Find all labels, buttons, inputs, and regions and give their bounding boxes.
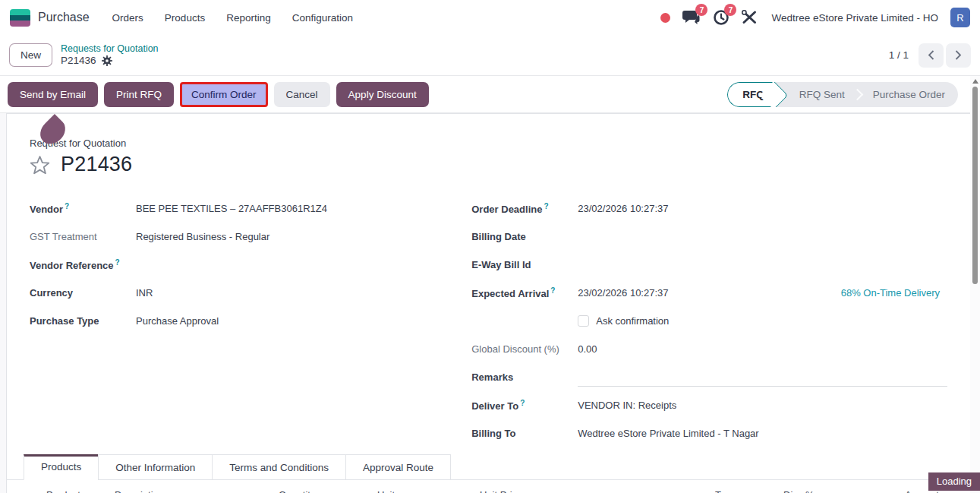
- billing-date-label: Billing Date: [471, 231, 578, 242]
- status-step-purchase-order[interactable]: Purchase Order: [860, 82, 958, 107]
- gst-treatment-value: Registered Business - Regular: [136, 231, 471, 242]
- status-step-rfq[interactable]: RFQ: [727, 82, 774, 107]
- activities-button[interactable]: 7: [713, 9, 729, 26]
- gst-treatment-label: GST Treatment: [30, 231, 136, 242]
- right-field-column: Order Deadline? 23/02/2026 10:27:37 Bill…: [471, 194, 950, 454]
- column-product: Product: [46, 489, 115, 493]
- pager-next-button[interactable]: [946, 43, 971, 68]
- field-row-vendor-reference: Vendor Reference?: [30, 251, 471, 279]
- column-discount: Disc.%: [783, 489, 905, 493]
- breadcrumb-parent-link[interactable]: Requests for Quotation: [61, 43, 159, 55]
- help-marker: ?: [115, 258, 120, 267]
- field-row-global-discount: Global Discount (%) 0.00: [471, 335, 950, 363]
- breadcrumb-current: P21436: [61, 55, 96, 67]
- column-unit-price: Unit Price: [480, 489, 715, 493]
- currency-value[interactable]: INR: [136, 287, 471, 299]
- new-button[interactable]: New: [9, 43, 52, 67]
- currency-label: Currency: [30, 287, 136, 299]
- tab-products[interactable]: Products: [24, 454, 99, 480]
- vendor-reference-label: Vendor Reference: [30, 260, 114, 271]
- record-title: P21436: [61, 153, 132, 176]
- top-navbar: Purchase Orders Products Reporting Confi…: [0, 0, 980, 35]
- control-panel: Send by Email Print RFQ Confirm Order Ca…: [0, 76, 980, 113]
- products-table-header-partial: Product Description Quantity Unit Unit P…: [7, 480, 973, 493]
- pager-prev-button[interactable]: [919, 43, 944, 68]
- help-marker: ?: [550, 286, 555, 295]
- deliver-to-value[interactable]: VENDOR IN: Receipts: [578, 400, 950, 411]
- deliver-to-label: Deliver To: [471, 400, 518, 412]
- loading-badge: Loading: [928, 472, 980, 491]
- expected-arrival-label: Expected Arrival: [471, 288, 549, 299]
- send-by-email-button[interactable]: Send by Email: [8, 82, 98, 107]
- status-dot-icon: [660, 13, 670, 23]
- menu-products[interactable]: Products: [165, 12, 205, 24]
- menu-configuration[interactable]: Configuration: [292, 12, 353, 24]
- app-switcher[interactable]: Purchase: [10, 9, 112, 27]
- vertical-scrollbar[interactable]: [970, 76, 980, 493]
- apply-discount-button[interactable]: Apply Discount: [336, 82, 429, 107]
- pager: 1 / 1: [889, 43, 971, 68]
- tab-approval-route[interactable]: Approval Route: [345, 454, 451, 480]
- field-row-billing-to: Billing To Wedtree eStore Private Limite…: [471, 419, 950, 447]
- field-row-currency: Currency INR: [30, 279, 471, 307]
- left-field-column: Vendor? BEE PEE TEXTILES – 27AAFFB3061R1…: [30, 194, 471, 454]
- field-row-vendor: Vendor? BEE PEE TEXTILES – 27AAFFB3061R1…: [30, 194, 471, 223]
- sheet-header: Request for Quotation P21436: [30, 114, 950, 176]
- menu-reporting[interactable]: Reporting: [226, 12, 271, 24]
- purchase-type-value[interactable]: Purchase Approval: [136, 315, 471, 327]
- vendor-value[interactable]: BEE PEE TEXTILES – 27AAFFB3061R1Z4: [136, 203, 471, 214]
- help-marker: ?: [520, 399, 525, 407]
- field-row-deliver-to: Deliver To? VENDOR IN: Receipts: [471, 391, 950, 419]
- field-row-billing-date: Billing Date: [471, 223, 950, 251]
- order-deadline-value[interactable]: 23/02/2026 10:27:37: [578, 203, 950, 214]
- purchase-type-label: Purchase Type: [30, 315, 136, 327]
- navbar-right: 7 7 Wedtree eStore Private Limited - HO …: [660, 8, 970, 27]
- ask-confirmation-checkbox[interactable]: [578, 315, 589, 327]
- scroll-up-arrow-icon[interactable]: [972, 79, 978, 84]
- company-name[interactable]: Wedtree eStore Private Limited - HO: [771, 12, 938, 24]
- remarks-label: Remarks: [471, 371, 578, 383]
- on-time-delivery-link[interactable]: 68% On-Time Delivery: [841, 287, 940, 299]
- cancel-button[interactable]: Cancel: [274, 82, 330, 107]
- doc-type-label: Request for Quotation: [30, 137, 950, 149]
- content-area: Request for Quotation P21436 Vendor? BEE…: [0, 113, 980, 493]
- field-row-remarks: Remarks: [471, 363, 950, 391]
- activity-count-badge: 7: [724, 4, 736, 16]
- gear-icon[interactable]: [102, 55, 112, 66]
- order-deadline-label: Order Deadline: [471, 204, 542, 215]
- confirm-order-button[interactable]: Confirm Order: [180, 82, 268, 107]
- chevron-left-icon: [928, 50, 934, 60]
- field-row-gst-treatment: GST Treatment Registered Business - Regu…: [30, 223, 471, 251]
- purchase-app-icon: [10, 9, 30, 27]
- vendor-label: Vendor: [30, 204, 63, 215]
- column-quantity: Quantity: [279, 489, 377, 493]
- field-row-eway-bill: E-Way Bill Id: [471, 251, 950, 279]
- tab-other-information[interactable]: Other Information: [98, 454, 213, 480]
- tab-terms-and-conditions[interactable]: Terms and Conditions: [212, 454, 346, 480]
- form-sheet: Request for Quotation P21436 Vendor? BEE…: [6, 113, 974, 493]
- messages-button[interactable]: 7: [682, 9, 701, 26]
- user-avatar[interactable]: R: [950, 8, 970, 27]
- billing-to-value[interactable]: Wedtree eStore Private Limited - T Nagar: [578, 428, 950, 439]
- favorite-star-icon[interactable]: [30, 155, 50, 175]
- pager-count: 1 / 1: [889, 49, 909, 61]
- statusbar: RFQ RFQ Sent Purchase Order: [727, 82, 958, 107]
- help-marker: ?: [65, 202, 69, 210]
- notebook-tabs: Products Other Information Terms and Con…: [7, 454, 973, 480]
- global-discount-value[interactable]: 0.00: [578, 343, 950, 355]
- field-row-purchase-type: Purchase Type Purchase Approval: [30, 307, 471, 335]
- ask-confirmation-label: Ask confirmation: [596, 315, 669, 327]
- print-rfq-button[interactable]: Print RFQ: [104, 82, 174, 107]
- billing-to-label: Billing To: [471, 428, 578, 439]
- expected-arrival-value[interactable]: 23/02/2026 10:27:37: [578, 287, 668, 299]
- column-unit: Unit: [377, 489, 480, 493]
- scrollbar-thumb[interactable]: [972, 87, 978, 284]
- main-menu: Orders Products Reporting Configuration: [112, 12, 374, 24]
- app-name[interactable]: Purchase: [38, 11, 90, 24]
- wrench-tools-icon: [742, 10, 758, 25]
- status-step-rfq-sent[interactable]: RFQ Sent: [786, 82, 858, 107]
- field-row-expected-arrival: Expected Arrival? 23/02/2026 10:27:37 68…: [471, 279, 950, 307]
- remarks-input[interactable]: [578, 368, 947, 387]
- menu-orders[interactable]: Orders: [112, 12, 143, 24]
- tools-button[interactable]: [742, 10, 758, 25]
